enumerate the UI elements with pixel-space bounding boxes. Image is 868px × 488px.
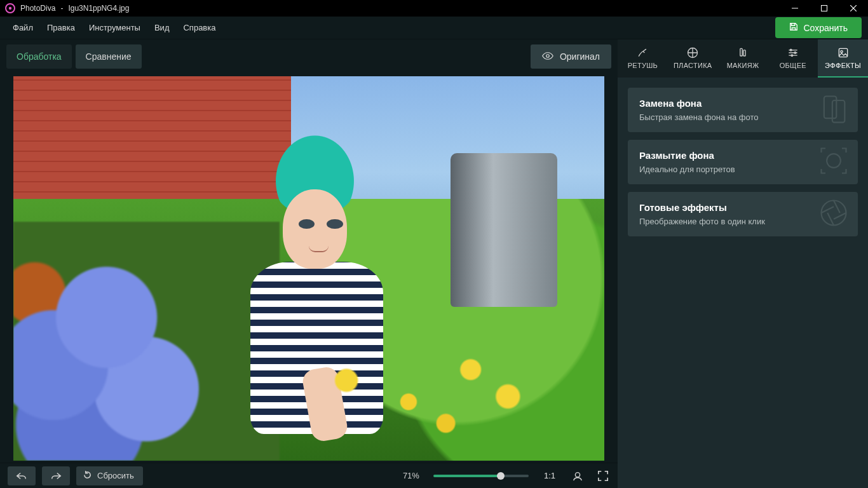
- svg-rect-16: [824, 97, 837, 119]
- canvas-area[interactable]: [0, 74, 618, 463]
- side-tab-general-label: ОБЩЕЕ: [780, 62, 806, 69]
- zoom-1to1-button[interactable]: 1:1: [544, 471, 555, 480]
- svg-point-7: [575, 472, 580, 477]
- side-panel: РЕТУШЬ ПЛАСТИКА МАКИЯЖ ОБЩЕЕ ЭФФЕКТЫ Зам…: [618, 39, 868, 488]
- effect-card-background-blur[interactable]: Размытие фона Идеально для портретов: [628, 140, 858, 184]
- svg-point-15: [840, 51, 842, 53]
- tab-compare[interactable]: Сравнение: [76, 44, 142, 69]
- save-button[interactable]: Сохранить: [775, 17, 862, 38]
- svg-rect-10: [743, 50, 745, 56]
- menu-file[interactable]: Файл: [6, 19, 39, 36]
- svg-rect-9: [740, 48, 742, 56]
- effect-card-background-replace[interactable]: Замена фона Быстрая замена фона на фото: [628, 88, 858, 132]
- original-label: Оригинал: [560, 51, 600, 62]
- title-app: PhotoDiva: [20, 4, 55, 13]
- title-sep: -: [60, 4, 63, 13]
- focus-target-icon: [817, 144, 850, 180]
- zoom-percent-label: 71%: [403, 471, 419, 480]
- reset-button[interactable]: Сбросить: [76, 466, 143, 485]
- reset-icon: [83, 470, 92, 482]
- menu-tools[interactable]: Инструменты: [83, 19, 147, 36]
- side-tab-plastic-label: ПЛАСТИКА: [674, 62, 712, 69]
- undo-button[interactable]: [8, 466, 36, 485]
- save-icon: [789, 22, 798, 33]
- window-controls: [780, 0, 868, 17]
- effect-title: Замена фона: [639, 98, 846, 109]
- side-tab-makeup[interactable]: МАКИЯЖ: [718, 39, 768, 78]
- close-button[interactable]: [839, 0, 868, 17]
- side-tab-makeup-label: МАКИЯЖ: [727, 62, 759, 69]
- menu-help[interactable]: Справка: [177, 19, 222, 36]
- svg-point-1: [9, 7, 11, 10]
- minimize-button[interactable]: [780, 0, 810, 17]
- svg-rect-3: [822, 6, 827, 11]
- effect-subtitle: Преображение фото в один клик: [639, 217, 846, 226]
- fullscreen-icon[interactable]: [596, 470, 610, 482]
- svg-rect-17: [832, 100, 845, 123]
- svg-point-6: [546, 54, 550, 57]
- menubar: Файл Правка Инструменты Вид Справка Сохр…: [0, 17, 868, 39]
- aperture-icon: [817, 196, 850, 232]
- effect-title: Готовые эффекты: [639, 202, 846, 213]
- show-original-button[interactable]: Оригинал: [531, 44, 611, 69]
- reset-label: Сбросить: [97, 471, 134, 480]
- bottombar: Сбросить 71% 1:1: [0, 463, 618, 488]
- svg-rect-14: [839, 48, 847, 57]
- phone-swap-icon: [817, 92, 850, 128]
- title-doc: Igu3N1ppNG4.jpg: [68, 4, 129, 13]
- menu-edit[interactable]: Правка: [41, 19, 81, 36]
- photo-canvas: [13, 76, 604, 461]
- effect-subtitle: Идеально для портретов: [639, 165, 846, 174]
- save-label: Сохранить: [803, 23, 848, 33]
- svg-point-18: [827, 154, 841, 168]
- toolbar: Обработка Сравнение Оригинал: [0, 39, 618, 74]
- menu-view[interactable]: Вид: [148, 19, 176, 36]
- side-tabs: РЕТУШЬ ПЛАСТИКА МАКИЯЖ ОБЩЕЕ ЭФФЕКТЫ: [618, 39, 868, 78]
- effect-card-presets[interactable]: Готовые эффекты Преображение фото в один…: [628, 192, 858, 236]
- tab-processing[interactable]: Обработка: [6, 44, 72, 69]
- app-logo-icon: [5, 3, 15, 13]
- zoom-slider[interactable]: [433, 475, 529, 477]
- redo-button[interactable]: [42, 466, 70, 485]
- maximize-button[interactable]: [810, 0, 839, 17]
- effect-subtitle: Быстрая замена фона на фото: [639, 112, 846, 122]
- side-tab-plastic[interactable]: ПЛАСТИКА: [668, 39, 718, 78]
- eye-icon: [542, 51, 553, 62]
- side-tab-retouch[interactable]: РЕТУШЬ: [618, 39, 668, 78]
- side-tab-retouch-label: РЕТУШЬ: [628, 62, 658, 69]
- side-tab-general[interactable]: ОБЩЕЕ: [768, 39, 818, 78]
- effect-title: Размытие фона: [639, 150, 846, 161]
- titlebar: PhotoDiva - Igu3N1ppNG4.jpg: [0, 0, 868, 17]
- svg-point-19: [822, 201, 846, 226]
- side-tab-effects[interactable]: ЭФФЕКТЫ: [818, 39, 868, 78]
- side-tab-effects-label: ЭФФЕКТЫ: [825, 62, 861, 69]
- face-detect-icon[interactable]: [571, 470, 585, 482]
